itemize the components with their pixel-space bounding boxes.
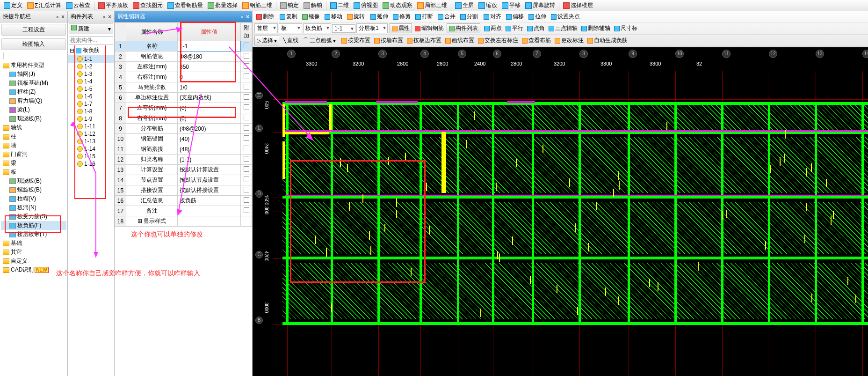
tool[interactable]: 按梁布置	[340, 36, 372, 45]
tool[interactable]: 尺寸标	[612, 24, 639, 33]
prop-row[interactable]: 16汇总信息板负筋	[115, 196, 252, 206]
btn-comp-list[interactable]: 构件列表	[447, 23, 480, 33]
tree-item[interactable]: 柱帽(V)	[1, 194, 66, 203]
prop-row[interactable]: 13计算设置按默认计算设置	[115, 165, 252, 175]
prop-row[interactable]: 10钢筋锚固(40)	[115, 134, 252, 144]
prop-row[interactable]: 12归类名称(1-1)	[115, 155, 252, 165]
tree-item[interactable]: 板	[1, 168, 66, 177]
dd-subtype[interactable]: 板负筋	[303, 23, 331, 33]
tool-batch-select[interactable]: 批量选择	[206, 1, 239, 9]
tool-cloud-check[interactable]: 云检查	[64, 1, 92, 9]
tree-item[interactable]: CAD识别NEW	[1, 265, 66, 274]
tree-item[interactable]: 墙	[1, 141, 66, 150]
tree-item[interactable]: 筏板基础(M)	[1, 79, 66, 88]
tool[interactable]: 自动生成负筋	[586, 36, 629, 45]
tool-pan[interactable]: 平移	[500, 1, 522, 9]
btn-arc[interactable]: ⌒ 三点画弧 ▾	[301, 36, 338, 45]
prop-row[interactable]: 15搭接设置按默认搭接设置	[115, 185, 252, 196]
collapse-icon[interactable]: ─	[9, 52, 13, 59]
tool-13[interactable]: 设置夹点	[549, 12, 582, 21]
search-input[interactable]	[69, 36, 113, 44]
btn-new-component[interactable]: 新建▾	[69, 23, 113, 34]
prop-row[interactable]: 4右标注(mm)0	[115, 72, 252, 82]
comp-item[interactable]: 1-13	[68, 138, 114, 145]
tree-item[interactable]: 门窗洞	[1, 150, 66, 159]
tool-find-element[interactable]: 查找图元	[131, 1, 165, 9]
tool-3[interactable]: 移动	[323, 12, 344, 21]
btn-edit-rebar[interactable]: 编辑钢筋	[413, 24, 446, 33]
tool[interactable]: 交换左右标注	[476, 36, 520, 45]
prop-row[interactable]: 17备注	[115, 206, 252, 216]
tool-sum[interactable]: Σ汇总计算	[25, 1, 63, 9]
prop-row[interactable]: 1名称1-1	[115, 41, 252, 52]
tree-item[interactable]: 柱	[1, 132, 66, 141]
tree-item[interactable]: 板受力筋(S)	[1, 212, 66, 221]
comp-item[interactable]: 1-15	[68, 153, 114, 160]
comp-item[interactable]: 1-11	[68, 123, 114, 130]
tool-9[interactable]: 分割	[458, 12, 480, 21]
comp-item[interactable]: 1-9	[68, 115, 114, 123]
nav-close-icon[interactable]: ×	[61, 14, 65, 20]
prop-row[interactable]: 7左弯折(mm)(0)	[115, 103, 252, 113]
tool-lock[interactable]: 锁定	[278, 1, 301, 9]
tree-root[interactable]: 常用构件类型	[1, 61, 66, 70]
tool[interactable]: 查看布筋	[520, 36, 553, 45]
tool[interactable]: 点角	[525, 24, 547, 33]
prop-row[interactable]: 6单边标注位置(支座内边线)	[115, 93, 252, 103]
drawing-canvas[interactable]: 1234567891011121314153300320028002600240…	[253, 50, 868, 376]
tool-6[interactable]: 修剪	[391, 12, 412, 21]
tool-local-3d[interactable]: 局部三维	[415, 1, 449, 9]
comp-item[interactable]: 1-12	[68, 130, 114, 138]
tree-item[interactable]: 剪力墙(Q)	[1, 96, 66, 105]
tool-view-rebar[interactable]: 查看钢筋量	[166, 1, 205, 9]
comp-close-icon[interactable]: ×	[108, 14, 111, 20]
prop-row[interactable]: 14节点设置按默认节点设置	[115, 175, 252, 185]
prop-row[interactable]: 2钢筋信息Φ8@180	[115, 52, 252, 62]
comp-item[interactable]: 1-3	[68, 70, 114, 78]
tool-0[interactable]: 删除	[254, 12, 276, 21]
tool-rotate-screen[interactable]: 屏幕旋转	[523, 1, 557, 9]
tool[interactable]: 按板边布置	[405, 36, 443, 45]
prop-row[interactable]: 9分布钢筋(Φ8@200)	[115, 124, 252, 134]
btn-draw-input[interactable]: 绘图输入	[1, 38, 66, 50]
comp-item[interactable]: 1-8	[68, 108, 114, 115]
prop-close-icon[interactable]: ×	[246, 14, 249, 20]
tool-10[interactable]: 对齐	[482, 12, 503, 21]
tool-rebar-3d[interactable]: 钢筋三维	[240, 1, 274, 9]
tool[interactable]: 画线布置	[443, 36, 476, 45]
tree-item[interactable]: 轴网(J)	[1, 70, 66, 79]
tool[interactable]: 三点辅轴	[547, 24, 579, 33]
prop-row[interactable]: 5马凳筋排数1/0	[115, 82, 252, 93]
dd-layer[interactable]: 分层板1	[356, 23, 388, 33]
tool-select-floor[interactable]: 选择楼层	[561, 1, 595, 9]
tool-orbit[interactable]: 动态观察	[381, 1, 414, 9]
tree-item[interactable]: 现浇板(B)	[1, 114, 66, 123]
btn-property[interactable]: 属性	[390, 23, 412, 33]
prop-row[interactable]: 11钢筋搭接(48)	[115, 144, 252, 155]
tree-item[interactable]: 基础	[1, 239, 66, 248]
tree-item[interactable]: 自定义	[1, 257, 66, 265]
tool-12[interactable]: 拉伸	[527, 12, 548, 21]
prop-row[interactable]: 8右弯折(mm)(0)	[115, 113, 252, 124]
tool[interactable]: 平行	[504, 24, 525, 33]
comp-item[interactable]: 1-16	[68, 160, 114, 168]
tree-item[interactable]: 梁	[1, 159, 66, 168]
tool-level-top[interactable]: 平齐顶板	[96, 1, 130, 9]
comp-item[interactable]: 1-7	[68, 100, 114, 108]
comp-item[interactable]: 1-6	[68, 93, 114, 100]
tool-2d[interactable]: 二维	[328, 1, 351, 9]
dd-component[interactable]: 1-1	[332, 24, 355, 33]
tree-item[interactable]: 其它	[1, 248, 66, 257]
tool-unlock[interactable]: 解锁	[302, 1, 324, 9]
tool-1[interactable]: 复制	[278, 12, 299, 21]
comp-item[interactable]: 1-1	[68, 55, 114, 63]
prop-row[interactable]: 18⊞ 显示样式	[115, 216, 252, 227]
btn-select[interactable]: ▷ 选择 ▾	[254, 36, 279, 45]
comp-item[interactable]: 1-4	[68, 78, 114, 85]
tool[interactable]: 删除辅轴	[579, 24, 612, 33]
prop-row[interactable]: 3左标注(mm)850	[115, 62, 252, 72]
tool-top-view[interactable]: 俯视图	[352, 1, 380, 9]
tool-2[interactable]: 镜像	[300, 12, 322, 21]
tree-item[interactable]: 梁(L)	[1, 105, 66, 114]
tree-item[interactable]: 板负筋(F)	[1, 221, 66, 230]
